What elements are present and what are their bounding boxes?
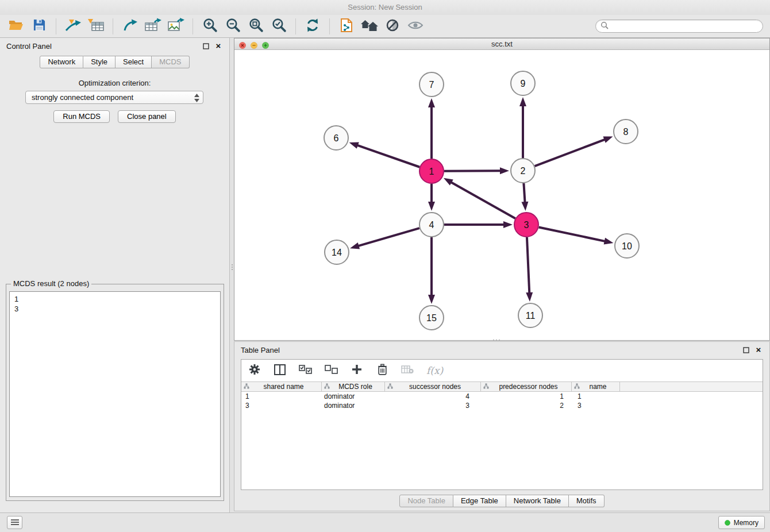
graph-edge-1-6[interactable]	[356, 145, 419, 167]
float-panel-icon[interactable]	[201, 41, 210, 51]
export-image-button[interactable]	[165, 17, 186, 36]
table-row[interactable]: 3 dominator 3 2 3	[241, 401, 763, 410]
zoom-fit-icon	[248, 17, 264, 35]
optimization-criterion-select[interactable]: strongly connected component	[25, 91, 203, 104]
vertical-splitter[interactable]	[230, 38, 234, 512]
unselect-all-columns-button[interactable]	[325, 364, 338, 377]
network-canvas[interactable]: 1234678910111415	[234, 50, 769, 340]
delete-table-icon	[401, 365, 414, 376]
apply-layout-button[interactable]	[302, 17, 323, 36]
table-panel-tabbar: Node Table Edge Table Network Table Moti…	[234, 495, 769, 507]
cell-mcds-role: dominator	[322, 392, 385, 401]
graph-edge-3-11[interactable]	[527, 237, 529, 294]
mcds-result-line: 3	[14, 304, 215, 314]
create-column-button[interactable]	[351, 364, 363, 377]
unchecked-boxes-icon	[325, 365, 338, 377]
close-panel-icon[interactable]: ×	[214, 41, 223, 51]
toolbar-search[interactable]	[595, 20, 763, 33]
zoom-fit-button[interactable]	[245, 17, 266, 36]
home-button[interactable]	[359, 17, 380, 36]
column-sort-icon	[483, 383, 489, 391]
splitter-handle-icon	[231, 263, 233, 271]
table-row[interactable]: 1 dominator 4 1 1	[241, 392, 763, 401]
tab-mcds[interactable]: MCDS	[152, 56, 189, 68]
column-header-mcds-role[interactable]: MCDS role	[322, 382, 385, 391]
graph-edge-2-8[interactable]	[535, 139, 606, 166]
tab-network-table[interactable]: Network Table	[506, 495, 569, 507]
graph-edge-2-3[interactable]	[523, 183, 525, 203]
graph-edge-arrowhead	[428, 98, 435, 107]
import-style-button[interactable]	[336, 17, 357, 36]
column-header-shared-name[interactable]: shared name	[241, 382, 322, 391]
close-panel-icon[interactable]: ×	[754, 345, 763, 354]
graph-node-label-3: 3	[524, 220, 529, 230]
trash-icon	[378, 364, 387, 378]
close-panel-button[interactable]: Close panel	[118, 110, 176, 123]
export-table-button[interactable]	[143, 17, 163, 36]
main-toolbar	[0, 15, 770, 38]
node-table-content: f(x) shared name	[241, 359, 763, 490]
column-header-successor-nodes[interactable]: successor nodes	[385, 382, 481, 391]
graph-edge-1-2[interactable]	[444, 171, 502, 171]
graph-node-label-2: 2	[521, 166, 526, 176]
list-icon	[10, 518, 20, 528]
zoom-selected-button[interactable]	[268, 17, 289, 36]
delete-column-button[interactable]	[376, 364, 388, 377]
graph-edge-arrowhead	[526, 292, 533, 302]
column-header-name[interactable]: name	[572, 382, 620, 391]
delete-table-button-disabled	[401, 364, 414, 377]
cell-shared-name: 3	[241, 401, 322, 410]
table-header-row: shared name MCDS role	[241, 381, 763, 392]
graph-node-label-9: 9	[521, 79, 526, 88]
tab-network[interactable]: Network	[40, 56, 83, 68]
image-export-icon	[167, 18, 184, 34]
search-input[interactable]	[609, 22, 763, 30]
graph-edge-arrowhead	[603, 137, 613, 143]
select-all-columns-button[interactable]	[299, 364, 312, 377]
graph-edge-3-10[interactable]	[539, 228, 606, 242]
show-columns-button[interactable]	[274, 364, 286, 377]
fx-icon: f(x)	[426, 365, 443, 376]
show-panels-button[interactable]	[7, 516, 22, 529]
mcds-result-box[interactable]: 1 3	[9, 291, 221, 497]
new-network-from-selection-button[interactable]	[120, 17, 140, 36]
graph-node-label-1: 1	[429, 167, 434, 176]
tab-motifs[interactable]: Motifs	[569, 495, 605, 507]
zoom-in-button[interactable]	[199, 17, 220, 36]
cell-successor-nodes: 3	[385, 401, 481, 410]
search-icon	[600, 21, 609, 32]
zoom-out-button[interactable]	[222, 17, 243, 36]
table-toolbar: f(x)	[241, 360, 763, 381]
tab-node-table[interactable]: Node Table	[399, 495, 453, 507]
tab-edge-table[interactable]: Edge Table	[453, 495, 506, 507]
tab-select[interactable]: Select	[116, 56, 152, 68]
zoom-in-icon	[202, 17, 218, 35]
tab-style[interactable]: Style	[83, 56, 116, 68]
cell-predecessor-nodes: 1	[481, 392, 572, 401]
table-settings-button[interactable]	[248, 364, 261, 377]
run-mcds-button[interactable]: Run MCDS	[53, 110, 110, 123]
select-stepper-icon	[194, 93, 200, 106]
toggle-details-button[interactable]	[382, 17, 403, 36]
open-session-button[interactable]	[6, 17, 26, 36]
status-bar: Memory	[0, 512, 770, 532]
import-table-button[interactable]	[86, 17, 106, 36]
control-panel: Control Panel × Network Style Select MCD…	[0, 38, 230, 512]
control-panel-tabbar: Network Style Select MCDS	[0, 56, 229, 68]
import-table-icon	[87, 18, 105, 35]
save-session-button[interactable]	[29, 17, 49, 36]
table-panel-title: Table Panel	[241, 346, 280, 354]
show-graphics-button[interactable]	[405, 17, 426, 36]
graph-node-label-4: 4	[429, 220, 434, 230]
memory-button[interactable]: Memory	[718, 516, 765, 529]
graph-node-label-11: 11	[526, 311, 536, 321]
plus-icon	[352, 364, 362, 377]
graph-node-label-7: 7	[429, 80, 434, 90]
import-network-button[interactable]	[63, 17, 83, 36]
graph-edge-3-1[interactable]	[450, 182, 515, 218]
graph-edge-4-14[interactable]	[357, 228, 419, 246]
folder-open-icon	[8, 18, 24, 34]
column-header-predecessor-nodes[interactable]: predecessor nodes	[481, 382, 572, 391]
float-panel-icon[interactable]	[741, 345, 750, 354]
eye-icon	[407, 20, 424, 33]
